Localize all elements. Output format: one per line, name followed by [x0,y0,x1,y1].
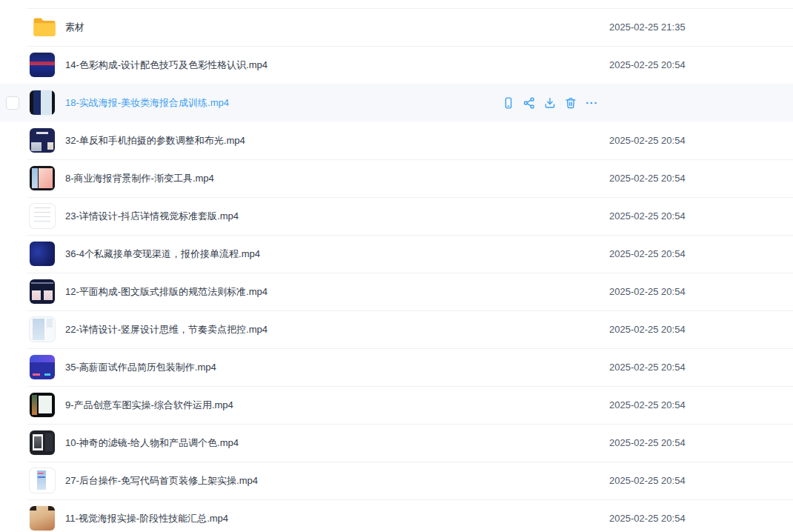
file-thumbnail[interactable] [30,355,55,379]
modified-time: 2025-02-25 20:54 [609,46,686,84]
file-thumbnail[interactable] [30,90,55,115]
modified-time: 2025-02-25 20:54 [609,273,686,310]
row-checkbox[interactable] [6,96,19,110]
modified-time: 2025-02-25 20:54 [609,462,686,499]
file-thumbnail[interactable] [30,430,55,455]
modified-time: 2025-02-25 21:35 [609,8,686,46]
file-thumbnail[interactable] [30,468,55,493]
file-thumbnail[interactable] [30,393,55,417]
file-thumbnail[interactable] [30,204,55,228]
modified-time: 2025-02-25 20:54 [609,424,686,462]
modified-time: 2025-02-25 20:54 [609,159,686,197]
file-name[interactable]: 32-单反和手机拍摄的参数调整和布光.mp4 [65,122,245,159]
file-row[interactable]: 12-平面构成-图文版式排版的规范法则标准.mp4 2025-02-25 20:… [0,273,793,310]
trash-icon [564,96,577,110]
file-thumbnail[interactable] [30,317,55,342]
modified-time: 2025-02-25 20:54 [609,310,686,348]
modified-time: 2025-02-25 20:54 [609,122,686,159]
file-name[interactable]: 9-产品创意车图实操-综合软件运用.mp4 [65,386,233,424]
folder-icon[interactable] [33,17,56,40]
modified-time: 2025-02-25 20:54 [609,348,686,386]
file-name[interactable]: 8-商业海报背景制作-渐变工具.mp4 [65,159,214,197]
ellipsis-icon [585,96,598,110]
phone-icon [502,96,515,110]
file-row[interactable]: 32-单反和手机拍摄的参数调整和布光.mp4 2025-02-25 20:54 [0,122,793,159]
file-name[interactable]: 10-神奇的滤镜-给人物和产品调个色.mp4 [65,424,239,462]
file-row[interactable]: 10-神奇的滤镜-给人物和产品调个色.mp4 2025-02-25 20:54 [0,424,793,462]
file-row[interactable]: 9-产品创意车图实操-综合软件运用.mp4 2025-02-25 20:54 [0,386,793,424]
file-name[interactable]: 12-平面构成-图文版式排版的规范法则标准.mp4 [65,273,268,310]
share-button[interactable] [521,95,537,111]
file-name[interactable]: 素材 [65,8,84,46]
file-row[interactable]: 23-详情设计-抖店详情视觉标准套版.mp4 2025-02-25 20:54 [0,197,793,235]
file-thumbnail[interactable] [30,279,55,304]
more-button[interactable] [583,95,600,111]
file-list: 素材 2025-02-25 21:35 14-色彩构成-设计配色技巧及色彩性格认… [0,0,793,532]
file-thumbnail[interactable] [30,242,55,266]
file-name[interactable]: 36-4个私藏接单变现渠道，报价接单流程.mp4 [65,235,260,273]
folder-row[interactable]: 素材 2025-02-25 21:35 [0,8,793,46]
file-row[interactable]: 11-视觉海报实操-阶段性技能汇总.mp4 2025-02-25 20:54 [0,499,793,532]
file-row[interactable]: 27-后台操作-免写代码首页装修上架实操.mp4 2025-02-25 20:5… [0,462,793,499]
file-thumbnail[interactable] [30,166,55,190]
file-name[interactable]: 22-详情设计-竖屏设计思维，节奏卖点把控.mp4 [65,310,268,348]
row-actions [500,84,600,122]
file-row[interactable]: 14-色彩构成-设计配色技巧及色彩性格认识.mp4 2025-02-25 20:… [0,46,793,84]
list-top-spacer [0,0,793,8]
modified-time: 2025-02-25 20:54 [609,197,686,235]
file-row[interactable]: 8-商业海报背景制作-渐变工具.mp4 2025-02-25 20:54 [0,159,793,197]
file-row[interactable]: 18-实战海报-美妆类海报合成训练.mp4 [0,84,793,122]
file-row[interactable]: 22-详情设计-竖屏设计思维，节奏卖点把控.mp4 2025-02-25 20:… [0,310,793,348]
file-name[interactable]: 35-高薪面试作品简历包装制作.mp4 [65,348,216,386]
file-name[interactable]: 14-色彩构成-设计配色技巧及色彩性格认识.mp4 [65,46,268,84]
file-thumbnail[interactable] [30,128,55,153]
modified-time: 2025-02-25 20:54 [609,235,686,273]
modified-time: 2025-02-25 20:54 [609,499,686,532]
send-to-phone-button[interactable] [500,95,517,111]
modified-time: 2025-02-25 20:54 [609,386,686,424]
download-icon [543,96,557,110]
file-name[interactable]: 23-详情设计-抖店详情视觉标准套版.mp4 [65,197,239,235]
file-row[interactable]: 35-高薪面试作品简历包装制作.mp4 2025-02-25 20:54 [0,348,793,386]
file-thumbnail[interactable] [30,53,55,77]
file-row[interactable]: 36-4个私藏接单变现渠道，报价接单流程.mp4 2025-02-25 20:5… [0,235,793,273]
delete-button[interactable] [563,95,579,111]
file-name[interactable]: 11-视觉海报实操-阶段性技能汇总.mp4 [65,499,228,532]
file-name[interactable]: 27-后台操作-免写代码首页装修上架实操.mp4 [65,462,258,499]
file-name[interactable]: 18-实战海报-美妆类海报合成训练.mp4 [65,84,229,122]
file-thumbnail[interactable] [30,506,55,531]
share-icon [522,96,536,110]
download-button[interactable] [542,95,558,111]
